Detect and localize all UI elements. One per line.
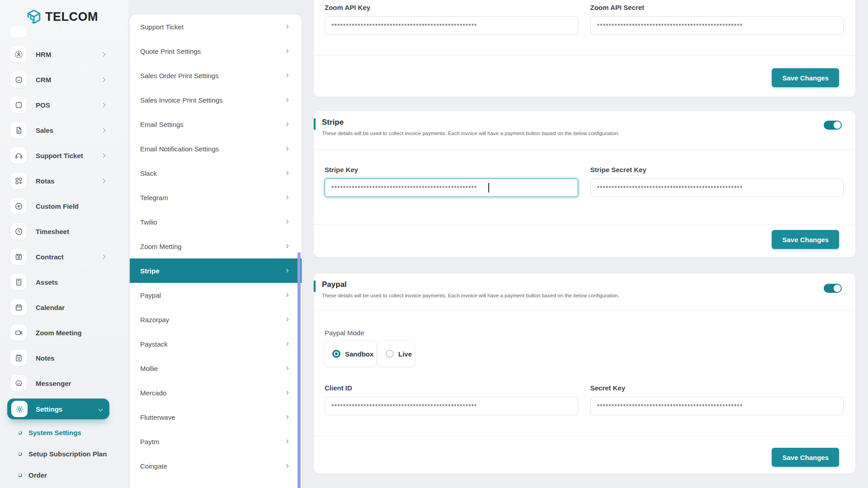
sidebar-item-contract[interactable]: Contract — [0, 244, 128, 269]
menu-item-label: Slack — [140, 169, 157, 177]
stripe-card-title: Stripe — [322, 117, 844, 127]
sidebar-item-assets[interactable]: Assets — [0, 269, 128, 295]
stripe-secret-key-input[interactable] — [590, 178, 844, 197]
paypal-client-id-input[interactable] — [325, 397, 578, 415]
radio-checked-icon[interactable] — [332, 350, 340, 358]
sidebar-item-label: Support Ticket — [36, 152, 83, 160]
sidebar-item-zoom-meeting[interactable]: Zoom Meeting — [0, 320, 128, 345]
settings-menu-item-paytm[interactable]: Paytm — [130, 429, 302, 454]
paypal-mode-live-option[interactable]: Live — [377, 341, 415, 366]
menu-item-label: Paytm — [140, 438, 160, 446]
zoom-api-key-input[interactable] — [325, 16, 578, 35]
paypal-mode-sandbox-option[interactable]: Sandbox — [324, 341, 377, 366]
settings-menu-item-paystack[interactable]: Paystack — [130, 332, 302, 356]
subnav-item-setup-subscription-plan[interactable]: Setup Subscription Plan — [0, 443, 128, 465]
mode-option-label: Live — [398, 350, 412, 358]
sidebar-item-pos[interactable]: POS — [0, 92, 128, 117]
chevron-right-icon — [285, 415, 288, 419]
partial-nav-icon-box — [10, 26, 27, 38]
sidebar-item-label: Calendar — [36, 304, 65, 311]
settings-menu-item-coingate[interactable]: Coingate — [130, 454, 302, 478]
notes-icon — [10, 350, 27, 366]
menu-item-label: Zoom Metting — [140, 243, 182, 250]
stripe-save-button[interactable]: Save Changes — [772, 230, 839, 249]
sidebar-item-messenger[interactable]: Messenger — [0, 371, 128, 396]
sidebar-item-label: CRM — [36, 76, 51, 84]
sidebar-item-settings[interactable]: Settings — [7, 399, 109, 419]
brand-name: TELCOM — [45, 10, 98, 24]
menu-item-label: Stripe — [140, 267, 160, 275]
menu-item-label: Skrill — [140, 487, 155, 488]
brand-logo[interactable]: TELCOM — [26, 9, 98, 24]
sidebar-item-label: Settings — [36, 405, 62, 413]
menu-item-label: Paypal — [140, 291, 161, 299]
settings-menu-item-quote-print-settings[interactable]: Quote Print Settings — [130, 39, 302, 63]
chevron-right-icon — [285, 171, 288, 175]
sidebar-item-timesheet[interactable]: Timesheet — [0, 219, 128, 244]
sidebar-item-hrm[interactable]: HRM — [0, 42, 128, 67]
sales-icon — [10, 122, 27, 138]
card-accent-bar — [314, 281, 316, 292]
settings-menu-item-slack[interactable]: Slack — [130, 161, 302, 185]
settings-menu-item-support-ticket[interactable]: Support Ticket — [130, 14, 302, 39]
chevron-right-icon — [101, 128, 106, 132]
sidebar-item-label: Contract — [36, 253, 64, 261]
settings-menu-item-stripe[interactable]: Stripe — [130, 258, 302, 283]
paypal-secret-key-input[interactable] — [590, 397, 844, 415]
sidebar-item-sales[interactable]: Sales — [0, 117, 128, 143]
main-sidebar: TELCOM HRM CRM POS Sales Support Ticket — [0, 0, 128, 488]
settings-menu-item-sales-order-print-settings[interactable]: Sales Order Print Settings — [130, 63, 302, 88]
subnav-item-order[interactable]: Order — [0, 465, 128, 486]
brand-cube-icon — [26, 9, 42, 24]
bullet-icon — [18, 430, 23, 435]
paypal-client-id-label: Client ID — [325, 384, 578, 392]
chevron-right-icon — [285, 74, 288, 77]
settings-menu-item-skrill[interactable]: Skrill — [130, 478, 302, 488]
settings-menu-item-email-settings[interactable]: Email Settings — [130, 112, 302, 136]
stripe-enabled-toggle[interactable] — [824, 121, 842, 130]
settings-menu-item-flutterwave[interactable]: Flutterwave — [130, 405, 302, 429]
settings-menu-item-zoom-metting[interactable]: Zoom Metting — [130, 234, 302, 258]
settings-menu-item-mollie[interactable]: Mollie — [130, 356, 302, 380]
settings-menu-item-paypal[interactable]: Paypal — [130, 283, 302, 307]
menu-item-label: Razorpay — [140, 316, 169, 324]
menu-item-label: Paystack — [140, 340, 168, 348]
chevron-right-icon — [285, 366, 288, 370]
bullet-icon — [18, 451, 23, 456]
menu-item-label: Telegram — [140, 194, 168, 202]
paypal-card-title: Paypal — [322, 280, 844, 290]
floppy-icon — [10, 249, 27, 265]
menu-item-label: Twilio — [140, 218, 157, 226]
sidebar-item-crm[interactable]: CRM — [0, 67, 128, 92]
chevron-right-icon — [285, 293, 288, 297]
panel-scrollbar[interactable] — [297, 252, 301, 488]
stripe-key-input[interactable] — [325, 178, 578, 197]
chevron-right-icon — [285, 391, 288, 394]
subnav-item-system-settings[interactable]: System Settings — [0, 422, 128, 443]
settings-menu-item-twilio[interactable]: Twilio — [130, 210, 302, 234]
paypal-enabled-toggle[interactable] — [824, 284, 842, 293]
sidebar-item-calendar[interactable]: Calendar — [0, 295, 128, 320]
sidebar-item-custom-field[interactable]: Custom Field — [0, 193, 128, 219]
toggle-knob — [834, 285, 841, 292]
sidebar-item-label: Custom Field — [36, 202, 79, 210]
chevron-right-icon — [285, 49, 288, 53]
radio-unchecked-icon[interactable] — [386, 350, 394, 358]
sidebar-nav: HRM CRM POS Sales Support Ticket Rotas — [0, 42, 128, 396]
sidebar-item-rotas[interactable]: Rotas — [0, 168, 128, 193]
menu-item-label: Sales Order Print Settings — [140, 72, 218, 80]
sidebar-item-support-ticket[interactable]: Support Ticket — [0, 143, 128, 168]
settings-menu-item-razorpay[interactable]: Razorpay — [130, 307, 302, 332]
sidebar-item-notes[interactable]: Notes — [0, 345, 128, 371]
chevron-right-icon — [101, 254, 106, 259]
settings-menu-item-sales-invoice-print-settings[interactable]: Sales Invoice Print Settings — [130, 88, 302, 112]
settings-menu-item-mercado[interactable]: Mercado — [130, 380, 302, 405]
zoom-api-secret-input[interactable] — [590, 16, 844, 35]
zoom-save-button[interactable]: Save Changes — [772, 68, 839, 87]
menu-item-label: Sales Invoice Print Settings — [140, 96, 223, 104]
pos-icon — [10, 97, 27, 113]
sidebar-item-label: Zoom Meeting — [36, 329, 82, 337]
settings-menu-item-email-notification-settings[interactable]: Email Notification Settings — [130, 136, 302, 161]
settings-menu-item-telegram[interactable]: Telegram — [130, 185, 302, 210]
paypal-save-button[interactable]: Save Changes — [772, 448, 839, 467]
